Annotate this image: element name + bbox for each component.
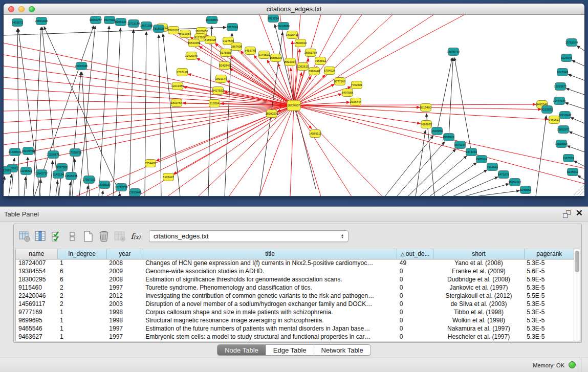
table-selector[interactable]: citations_edges.txt ▲▼ <box>149 230 349 242</box>
network-node[interactable]: 9435572 <box>12 19 23 27</box>
network-node[interactable]: 18325419 <box>286 31 299 39</box>
table-cell[interactable]: 1998 <box>106 308 143 316</box>
new-column-button[interactable] <box>80 229 96 244</box>
network-node[interactable]: 8912954 <box>180 30 191 38</box>
column-header-name[interactable]: name <box>16 249 57 259</box>
network-node[interactable]: 1810754 <box>171 99 182 107</box>
table-cell[interactable]: Jankovic et al. (1997) <box>433 283 524 292</box>
table-cell[interactable]: 1997 <box>106 324 143 333</box>
table-cell[interactable]: 19384554 <box>16 267 57 275</box>
tab-node-table[interactable]: Node Table <box>217 345 266 355</box>
network-node[interactable]: 21606503 <box>9 148 21 156</box>
table-row[interactable]: 2242004622012Investigating the contribut… <box>16 292 575 300</box>
table-row[interactable]: 1830029562008Estimation of significance … <box>16 275 575 283</box>
table-cell[interactable]: de Silva et al. (2003) <box>433 300 524 308</box>
table-cell[interactable]: 2 <box>57 292 106 300</box>
network-node[interactable]: 8958921 <box>443 134 454 141</box>
table-scrollbar[interactable] <box>574 249 580 341</box>
network-node[interactable]: 10654112 <box>509 179 521 186</box>
column-header-out_de[interactable]: △out_de... <box>397 249 433 259</box>
table-cell[interactable]: 2008 <box>106 275 143 283</box>
memory-indicator-icon[interactable] <box>569 361 576 368</box>
network-node[interactable]: 8135447 <box>163 173 174 181</box>
table-cell[interactable]: 1 <box>57 316 106 324</box>
network-node[interactable]: 16958187 <box>98 181 111 189</box>
network-node[interactable]: 20053346 <box>75 62 88 70</box>
table-cell[interactable]: 0 <box>397 308 433 316</box>
table-cell[interactable]: 9777169 <box>16 308 57 316</box>
network-node[interactable]: 10719184 <box>127 20 140 28</box>
select-columns-button[interactable] <box>33 229 48 244</box>
table-row[interactable]: 977716911998Corpus callosum shape and si… <box>16 308 575 316</box>
table-cell[interactable]: Tourette syndrome. Phenomenology and cla… <box>143 283 397 292</box>
network-node[interactable]: 8813054 <box>268 15 279 23</box>
table-cell[interactable]: Tibbo et al. (1998) <box>433 308 524 316</box>
table-cell[interactable]: 9463627 <box>16 333 57 341</box>
network-node[interactable]: 16033809 <box>206 16 219 24</box>
network-node[interactable]: 16210643 <box>559 112 572 119</box>
network-node[interactable]: 9777169 <box>334 78 345 85</box>
table-cell[interactable]: 18724007 <box>16 259 57 267</box>
scrollbar-thumb[interactable] <box>575 251 579 272</box>
tab-network-table[interactable]: Network Table <box>314 345 371 355</box>
table-cell[interactable]: 6 <box>57 267 106 275</box>
table-cell[interactable]: 0 <box>397 333 433 341</box>
network-node[interactable]: 9146821 <box>258 51 270 59</box>
network-node[interactable]: 11156829 <box>20 167 32 175</box>
network-node[interactable]: 9245012 <box>567 168 578 176</box>
column-checklist-button[interactable] <box>49 229 64 244</box>
network-node[interactable]: 14569117 <box>309 130 321 138</box>
network-node[interactable]: 13505135 <box>65 172 78 180</box>
table-cell[interactable]: Disruption of a novel member of a sodium… <box>143 300 397 308</box>
table-row[interactable]: 1456911722003Disruption of a novel membe… <box>16 300 575 308</box>
table-cell[interactable]: 1997 <box>106 333 143 341</box>
network-canvas[interactable]: 1872400789601188912954182260589127508818… <box>4 15 584 196</box>
table-cell[interactable]: Embryonic stem cells: a model to study s… <box>143 333 397 341</box>
table-cell[interactable]: Dudbridge et al. (2008) <box>433 275 524 283</box>
network-node[interactable]: 20691406 <box>35 17 48 25</box>
network-node[interactable]: 19218986 <box>277 23 290 30</box>
table-cell[interactable]: 5.9E-5 <box>524 275 574 283</box>
table-row[interactable]: 946362711997Embryonic stem cells: a mode… <box>16 333 575 341</box>
network-node[interactable]: 9245652 <box>520 186 531 194</box>
network-node[interactable]: 8822037 <box>285 58 296 66</box>
column-header-in_degree[interactable]: in_degree <box>57 249 106 259</box>
table-cell[interactable]: 5.3E-5 <box>524 300 574 308</box>
network-node[interactable]: 1527602 <box>104 16 115 24</box>
network-node[interactable]: 6794028 <box>324 67 335 75</box>
table-cell[interactable]: 0 <box>397 300 433 308</box>
network-node[interactable]: 8990448 <box>309 68 320 75</box>
network-node[interactable]: 16671368 <box>140 22 153 30</box>
zoom-window-button[interactable] <box>29 6 35 12</box>
network-node[interactable]: 9115460 <box>420 104 431 112</box>
network-node[interactable]: 2867608 <box>231 43 242 51</box>
table-cell[interactable]: Yano et al. (2008) <box>433 259 524 267</box>
network-node[interactable]: 12213389 <box>171 82 184 90</box>
network-node[interactable]: 22420046 <box>185 52 198 60</box>
network-node[interactable]: 12444194 <box>553 97 566 105</box>
function-builder-button[interactable]: f(x) <box>128 229 143 244</box>
network-node[interactable]: 2718120 <box>177 69 188 76</box>
table-cell[interactable]: 2 <box>57 300 106 308</box>
delete-table-button[interactable] <box>112 229 127 244</box>
table-cell[interactable]: 5.3E-5 <box>524 259 574 267</box>
network-node[interactable]: 9227343 <box>557 69 568 76</box>
network-node[interactable]: 8960118 <box>168 27 179 34</box>
network-node[interactable]: 9699695 <box>421 121 432 128</box>
network-node[interactable]: 2935114 <box>476 156 487 163</box>
network-node[interactable]: 9427552 <box>212 87 224 95</box>
table-cell[interactable]: 5.3E-5 <box>524 324 574 333</box>
table-cell[interactable]: 1 <box>57 333 106 341</box>
network-node[interactable]: 16782759 <box>115 184 128 191</box>
table-cell[interactable]: 22420046 <box>16 292 57 300</box>
table-cell[interactable]: 0 <box>397 283 433 292</box>
network-node[interactable]: 6497568 <box>342 89 353 97</box>
table-cell[interactable]: 1 <box>57 308 106 316</box>
table-cell[interactable]: 9699695 <box>16 316 57 324</box>
table-cell[interactable]: 5.3E-5 <box>524 333 574 341</box>
node-table[interactable]: namein_degreeyeartitle△out_de...shortpag… <box>15 249 575 341</box>
network-node[interactable]: 16543382 <box>188 39 201 47</box>
table-cell[interactable]: 1 <box>57 324 106 333</box>
network-node[interactable]: 9242848 <box>219 62 230 70</box>
network-node[interactable]: 1640954 <box>431 127 443 135</box>
